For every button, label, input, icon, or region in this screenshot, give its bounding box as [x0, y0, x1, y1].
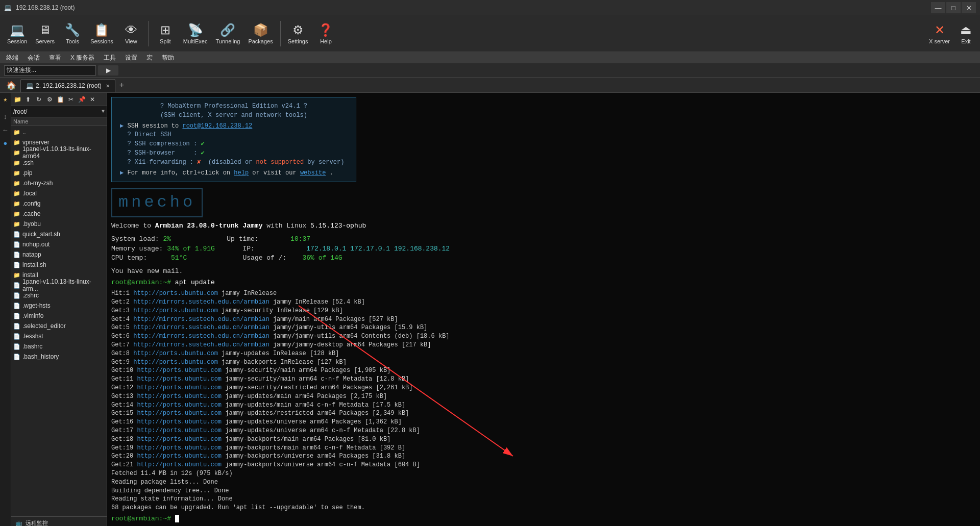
- quickconnect-input[interactable]: [4, 65, 96, 76]
- ssh-link[interactable]: root@192.168.238.12: [182, 122, 252, 130]
- toolbar-settings[interactable]: ⚙ Settings: [285, 18, 311, 49]
- session-icon: 💻: [10, 23, 25, 37]
- tree-item-pip[interactable]: 📁 .pip: [11, 168, 107, 178]
- tree-item-viminfo[interactable]: 📄 .viminfo: [11, 311, 107, 321]
- sidebar-btn7[interactable]: 📌: [77, 94, 87, 105]
- sidebar-refresh[interactable]: ↻: [34, 94, 44, 105]
- command-line: root@armbian:~# apt update: [111, 278, 976, 287]
- remote-monitoring-btn[interactable]: 📺 远程监控: [11, 516, 107, 526]
- tree-item-nohup[interactable]: 📄 nohup.out: [11, 239, 107, 249]
- terminal-content[interactable]: ? MobaXterm Professional Edition v24.1 ?…: [107, 93, 980, 526]
- tree-item-label: .wget-hsts: [22, 302, 51, 309]
- remote-monitoring-label: 远程监控: [26, 519, 48, 526]
- toolbar-sep1: [148, 21, 149, 46]
- website-link[interactable]: website: [300, 169, 326, 177]
- tree-item-bashrc[interactable]: 📄 .bashrc: [11, 341, 107, 352]
- session-label: Session: [7, 38, 27, 44]
- main-content: ★ ↕ ← ● 📁 ⬆ ↻ ⚙ 📋 ✂ 📌 ✕ /root/ ▼ Name �: [0, 93, 980, 526]
- menu-view[interactable]: 查看: [45, 53, 65, 63]
- toolbar-packages[interactable]: 📦 Packages: [245, 18, 276, 49]
- menu-xserver[interactable]: X 服务器: [66, 53, 99, 63]
- sidebar-toolbar: 📁 ⬆ ↻ ⚙ 📋 ✂ 📌 ✕: [11, 93, 107, 106]
- toolbar-tools[interactable]: 🔧 Tools: [60, 18, 85, 49]
- maximize-button[interactable]: □: [946, 2, 961, 13]
- welcome-line3: ▶ SSH session to root@192.168.238.12: [120, 122, 348, 131]
- tree-item-bash-history[interactable]: 📄 .bash_history: [11, 352, 107, 362]
- nav-icon-1[interactable]: ↕: [1, 112, 10, 121]
- toolbar-sessions[interactable]: 📋 Sessions: [87, 18, 116, 49]
- cursor: [175, 515, 179, 522]
- toolbar-xserver[interactable]: ✕ X server: [925, 21, 954, 46]
- tree-item-lesshst[interactable]: 📄 .lesshst: [11, 331, 107, 341]
- tree-item-natapp[interactable]: 📄 natapp: [11, 249, 107, 260]
- view-icon: 👁: [125, 23, 137, 37]
- toolbar-exit[interactable]: ⏏ Exit: [956, 21, 976, 46]
- welcome-line5: ? SSH compression : ✔: [120, 140, 348, 148]
- tree-item-dotdot[interactable]: 📁 ..: [11, 127, 107, 137]
- toolbar-tunneling[interactable]: 🔗 Tunneling: [212, 18, 243, 49]
- sidebar-btn5[interactable]: 📋: [55, 94, 65, 105]
- tree-item-label: install: [22, 271, 38, 279]
- menu-terminal[interactable]: 终端: [2, 53, 22, 63]
- menu-macro[interactable]: 宏: [142, 53, 157, 63]
- sidebar-btn8[interactable]: ✕: [87, 94, 97, 105]
- close-button[interactable]: ✕: [962, 2, 976, 13]
- welcome-message: Welcome to Armbian 23.08.0-trunk Jammy w…: [111, 221, 976, 231]
- tree-item-selected-editor[interactable]: 📄 .selected_editor: [11, 321, 107, 331]
- file-icon: 📄: [13, 303, 20, 309]
- tree-item-quickstart[interactable]: 📄 quick_start.sh: [11, 229, 107, 239]
- apt-line: Get:6 http://mirrors.sustech.edu.cn/armb…: [111, 332, 976, 341]
- quickconnect-go[interactable]: ▶: [98, 65, 118, 76]
- toolbar-help[interactable]: ❓ Help: [313, 18, 338, 49]
- nav-icon-2[interactable]: ←: [1, 126, 10, 135]
- menu-tools[interactable]: 工具: [100, 53, 120, 63]
- help-link[interactable]: help: [234, 169, 249, 177]
- sidebar-btn6[interactable]: ✂: [66, 94, 76, 105]
- star-icon[interactable]: ★: [1, 95, 10, 104]
- toolbar-split[interactable]: ⊞ Split: [153, 18, 178, 49]
- tree-item-label: .ssh: [22, 159, 34, 166]
- sessions-icon: 📋: [94, 23, 109, 37]
- add-tab-btn[interactable]: +: [115, 79, 129, 92]
- toolbar-session[interactable]: 💻 Session: [4, 18, 30, 49]
- tree-item-label: .config: [22, 200, 40, 207]
- titlebar-right: — □ ✕: [931, 2, 976, 13]
- path-input[interactable]: /root/: [13, 108, 102, 115]
- tab-close-btn[interactable]: ✕: [106, 83, 110, 89]
- sidebar-bottom: 📺 远程监控 跟踪终端文件夹: [11, 516, 107, 526]
- tree-item-local[interactable]: 📁 .local: [11, 188, 107, 198]
- sysinfo-row1: System load: 2% Up time: 10:37: [111, 235, 976, 244]
- sidebar-new-folder[interactable]: 📁: [12, 94, 22, 105]
- sysinfo-row3: CPU temp: 51°C Usage of /: 36% of 14G: [111, 254, 976, 263]
- sidebar-config[interactable]: ⚙: [44, 94, 55, 105]
- tree-item-byobu[interactable]: 📁 .byobu: [11, 219, 107, 229]
- tree-item-cache[interactable]: 📁 .cache: [11, 209, 107, 219]
- file-icon: 📄: [13, 262, 20, 268]
- folder-icon: 📁: [13, 170, 20, 177]
- menu-help[interactable]: 帮助: [158, 53, 178, 63]
- tree-item-wgethsts[interactable]: 📄 .wget-hsts: [11, 300, 107, 311]
- apt-reading2: Reading state information... Done: [111, 495, 976, 504]
- multiexec-icon: 📡: [188, 23, 203, 37]
- folder-icon: 📁: [13, 160, 20, 166]
- tree-item-ohmyzsh[interactable]: 📁 .oh-my-zsh: [11, 178, 107, 188]
- nav-icon-3[interactable]: ●: [1, 139, 10, 148]
- menubar: 终端 会话 查看 X 服务器 工具 设置 宏 帮助: [0, 52, 980, 63]
- path-bar: /root/ ▼: [11, 106, 107, 117]
- menu-settings[interactable]: 设置: [121, 53, 141, 63]
- tree-item-1panel-file[interactable]: 📄 1panel-v1.10.13-lts-linux-arm...: [11, 280, 107, 290]
- sidebar-upload[interactable]: ⬆: [23, 94, 33, 105]
- toolbar-servers[interactable]: 🖥 Servers: [32, 18, 58, 49]
- toolbar-view[interactable]: 👁 View: [118, 18, 144, 49]
- tree-item-1panel[interactable]: 📁 1panel-v1.10.13-lts-linux-arm64: [11, 147, 107, 158]
- session-tab-active[interactable]: 💻 2. 192.168.238.12 (root) ✕: [20, 79, 115, 92]
- toolbar-multiexec[interactable]: 📡 MultiExec: [180, 18, 211, 49]
- path-dropdown-icon[interactable]: ▼: [102, 109, 105, 114]
- menu-session[interactable]: 会话: [23, 53, 44, 63]
- home-tab[interactable]: 🏠: [2, 79, 20, 92]
- file-icon: 📄: [13, 313, 20, 319]
- minimize-button[interactable]: —: [931, 2, 945, 13]
- tree-item-config[interactable]: 📁 .config: [11, 198, 107, 209]
- apt-upgrade-notice: 68 packages can be upgraded. Run 'apt li…: [111, 504, 976, 512]
- tree-item-installsh[interactable]: 📄 install.sh: [11, 260, 107, 270]
